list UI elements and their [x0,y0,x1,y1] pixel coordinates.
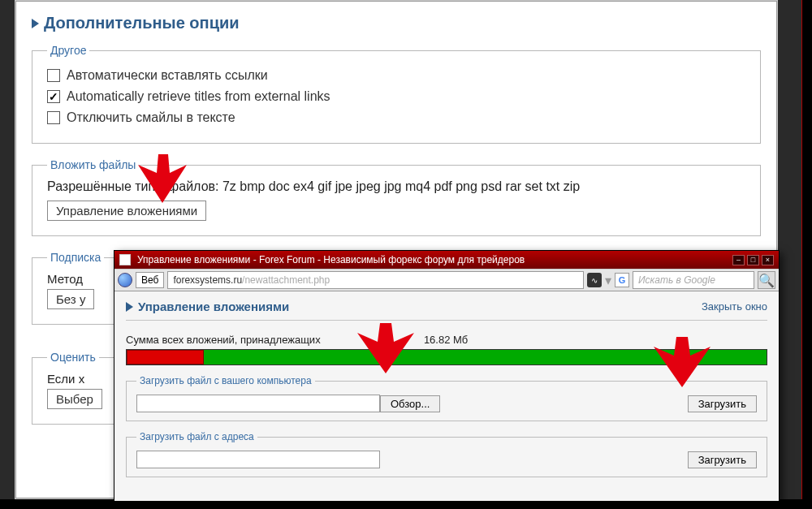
url-host: forexsystems.ru [173,274,242,286]
globe-icon [118,273,132,287]
minimize-button[interactable]: – [732,255,745,265]
option-label: Автоматически вставлять ссылки [67,68,268,83]
option-disable-smilies[interactable]: Отключить смайлы в тексте [47,107,745,128]
web-button[interactable]: Веб [136,272,164,288]
legend-subscribe: Подписка [47,251,104,264]
subscribe-method-label: Метод [47,272,114,286]
triangle-right-icon [126,302,133,312]
triangle-right-icon [32,19,39,28]
url-upload-input[interactable] [136,451,380,468]
fieldset-upload-pc: Загрузить файл с вашего компьютера Обзор… [126,375,767,421]
maximize-button[interactable]: □ [747,255,759,265]
fieldset-other: Другое Автоматически вставлять ссылки Au… [32,44,761,144]
quota-value: 16.82 Мб [424,334,468,346]
popup-titlebar[interactable]: Управление вложениями - Forex Forum - Не… [114,251,779,269]
option-label: Отключить смайлы в тексте [67,110,235,125]
quota-progress-bar [126,349,767,365]
file-path-input[interactable] [136,395,380,412]
manage-attachments-button[interactable]: Управление вложениями [47,201,206,221]
option-retrieve-titles[interactable]: Automatically retrieve titles from exter… [47,86,745,107]
legend-upload-pc: Загрузить файл с вашего компьютера [136,375,315,386]
window-icon [119,254,131,265]
allowed-filetypes: Разрешённые типы файлов: 7z bmp doc ex4 … [47,179,745,194]
checkbox-icon[interactable] [47,111,60,124]
browse-button[interactable]: Обзор... [380,395,440,412]
legend-other: Другое [47,44,89,57]
option-auto-insert-links[interactable]: Автоматически вставлять ссылки [47,65,745,86]
rate-if-label: Если х [47,372,114,386]
upload-button-2[interactable]: Загрузить [688,451,757,468]
url-path: /newattachment.php [242,274,330,286]
checkbox-checked-icon[interactable] [47,90,60,103]
quota-used-segment [127,350,204,364]
google-search-input[interactable]: Искать в Google [633,271,754,289]
rate-select[interactable]: Выбер [47,389,102,409]
option-label: Automatically retrieve titles from exter… [67,89,330,104]
close-button[interactable]: × [762,255,774,265]
rss-icon[interactable]: ∿ [587,273,602,287]
attachments-popup-window: Управление вложениями - Forex Forum - Не… [114,250,780,502]
subscribe-select[interactable]: Без у [47,289,94,309]
close-window-link[interactable]: Закрыть окно [702,300,767,313]
fieldset-upload-url: Загрузить файл с адреса Загрузить [126,431,767,477]
quota-label: Сумма всех вложений, принадлежащих 16.82… [126,334,767,346]
browser-address-bar: Веб forexsystems.ru/newattachment.php ∿ … [114,269,779,291]
legend-attach: Вложить файлы [47,158,139,171]
section-title[interactable]: Дополнительные опции [32,9,761,44]
legend-upload-url: Загрузить файл с адреса [136,431,257,442]
search-button[interactable]: 🔍 [758,271,775,289]
popup-window-title: Управление вложениями - Forex Forum - Не… [137,254,525,265]
checkbox-icon[interactable] [47,69,60,82]
google-icon[interactable]: G [615,273,629,287]
fieldset-attach: Вложить файлы Разрешённые типы файлов: 7… [32,158,761,236]
url-input[interactable]: forexsystems.ru/newattachment.php [167,271,584,289]
legend-rate: Оценить [47,351,99,364]
section-title-text: Дополнительные опции [44,14,240,32]
popup-body-title[interactable]: Управление вложениями [126,300,289,313]
upload-button[interactable]: Загрузить [688,395,757,412]
